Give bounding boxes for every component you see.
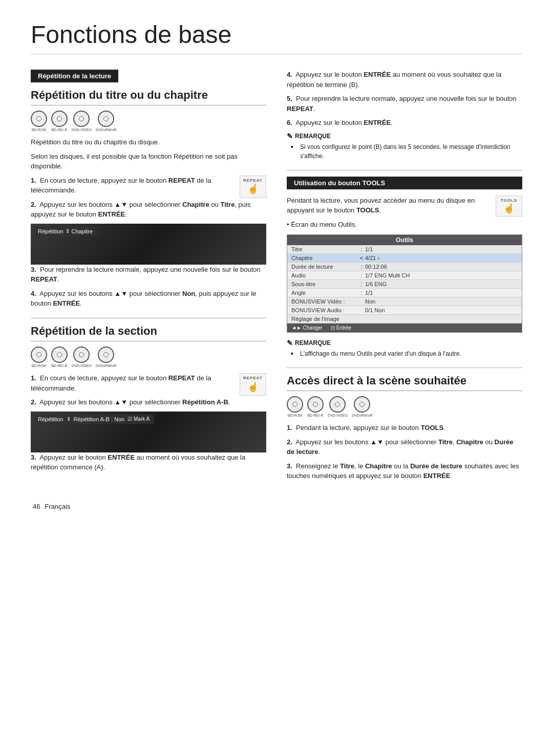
disc-circle-bdre2 xyxy=(51,347,68,363)
section-title-repetition: Répétition du titre ou du chapitre xyxy=(31,89,266,105)
screen-label: Répétition ⇕ Chapitre xyxy=(34,227,97,236)
outils-row-reglage: Réglage de l'image xyxy=(287,315,522,323)
tools-hand-icon: ☝ xyxy=(499,203,519,214)
ab-text-value: Répétition A-B : Non xyxy=(74,416,125,422)
outils-key-chapitre: Chapitre xyxy=(291,255,358,261)
ab-arrow-ud: ⇕ xyxy=(67,416,71,422)
disc-circle-dvdrw xyxy=(98,111,114,127)
step4-text: 4. Appuyez sur les boutons ▲▼ pour sélec… xyxy=(31,289,266,309)
outils-footer-right: ⊡ Entrée xyxy=(331,325,351,331)
disc-circle-dvdvideo2 xyxy=(73,347,90,363)
step1-section2-text: 1. En cours de lecture, appuyez sur le b… xyxy=(31,373,266,393)
outils-title-bar: Outils xyxy=(287,235,522,245)
page-num-value: 46 xyxy=(33,503,40,510)
outils-val-soustitre: 1/6 ENG xyxy=(365,281,518,287)
pencil-icon-2: ✎ xyxy=(287,339,293,347)
step1-group: REPEAT ☝ 1. En cours de lecture, appuyez… xyxy=(31,176,266,200)
ab-text-repetition: Répétition xyxy=(38,416,63,422)
disc-icon-bdre3: BD-RE/-R xyxy=(307,396,324,418)
outils-sep-duree: : xyxy=(358,264,365,270)
remark-box-1: ✎ REMARQUE Si vous configurez le point (… xyxy=(287,132,522,161)
outils-val-bonusvideo: Non xyxy=(365,298,518,305)
outils-row-bonusaudio: BONUSVIEW Audio : 0/1 Non xyxy=(287,306,522,315)
page-lang-label: Français xyxy=(45,503,70,510)
tools-label: TOOLS xyxy=(499,198,519,203)
disc-label-bdrom3: BD-ROM xyxy=(288,414,302,418)
disc-label-dvdrw3: DVD±RW/±R xyxy=(352,414,373,418)
outils-val-angle: 1/1 xyxy=(365,290,518,296)
repeat-label2: REPEAT xyxy=(243,376,263,381)
disc-icon-dvdvideo3: DVD-VIDEO xyxy=(328,396,348,418)
remark-label-1: REMARQUE xyxy=(295,133,331,140)
disc-label-dvdvideo2: DVD-VIDEO xyxy=(72,364,92,368)
outils-row-bonusvideo: BONUSVIEW Vidéo : Non xyxy=(287,297,522,306)
repeat-hand-icon2: ☝ xyxy=(243,381,263,393)
left-column: Répétition de la lecture Répétition du t… xyxy=(31,70,266,485)
acces-step3-text: 3. Renseignez le Titre, le Chapitre ou l… xyxy=(287,461,522,481)
section-header-tools: Utilisation du bouton TOOLS xyxy=(287,177,522,189)
section-divider-1 xyxy=(31,318,266,318)
disc-label-bdre2: BD-RE/-R xyxy=(51,364,67,368)
page-number: 46 Français xyxy=(31,501,522,511)
outils-sep-reglage xyxy=(358,316,365,322)
disc-icons-group2: BD-ROM BD-RE/-R DVD-VIDEO DVD±RW/±R xyxy=(31,347,266,368)
remark-label-2: REMARQUE xyxy=(295,339,331,347)
outils-key-soustitre: Sous-titre xyxy=(291,281,358,287)
ab-check-mark: ☑ Mark A xyxy=(127,416,150,422)
outils-footer-left: ◄► Changer xyxy=(291,325,323,331)
pencil-icon-1: ✎ xyxy=(287,132,293,140)
outils-sep-chapitre: < xyxy=(358,255,365,261)
disc-label-bdre3: BD-RE/-R xyxy=(307,414,323,418)
step2-text: 2. Appuyez sur les boutons ▲▼ pour sélec… xyxy=(31,200,266,220)
outils-row-duree: Durée de lecture : 00:12:06 xyxy=(287,263,522,271)
outils-val-duree: 00:12:06 xyxy=(365,264,518,270)
disc-label-bdrom: BD-ROM xyxy=(32,128,46,132)
screen-ab: Répétition ⇕ Répétition A-B : Non ☑ Mark… xyxy=(31,412,266,452)
outils-sep-soustitre: : xyxy=(358,281,365,287)
remark-title-1: ✎ REMARQUE xyxy=(287,132,522,140)
remark-box-2: ✎ REMARQUE L'affichage du menu Outils pe… xyxy=(287,339,522,358)
repeat-hand-icon: ☝ xyxy=(243,183,263,195)
outils-key-titre: Titre xyxy=(291,246,358,252)
disc-label-dvdvideo: DVD-VIDEO xyxy=(72,128,92,132)
section-title-acces: Accès direct à la scène souhaitée xyxy=(287,374,522,391)
disc-icons-group3: BD-ROM BD-RE/-R DVD-VIDEO DVD±RW/±R xyxy=(287,396,522,418)
disc-circle-bdrom2 xyxy=(31,347,47,363)
step2-section2-text: 2. Appuyez sur les boutons ▲▼ pour sélec… xyxy=(31,397,266,407)
outils-val-audio: 1/7 ENG Multi CH xyxy=(365,272,518,278)
step3-text: 3. Pour reprendre la lecture normale, ap… xyxy=(31,265,266,285)
outils-row-chapitre: Chapitre < 4/21 › xyxy=(287,254,522,263)
page-title: Fonctions de base xyxy=(31,20,522,54)
outils-key-reglage: Réglage de l'image xyxy=(291,316,358,322)
outils-sep-titre: : xyxy=(358,246,365,252)
description-1: Répétition du titre ou du chapitre du di… xyxy=(31,137,266,147)
repeat-button-image: REPEAT ☝ xyxy=(240,176,266,198)
disc-icon-dvdvideo: DVD-VIDEO xyxy=(72,111,92,132)
disc-circle-bdre3 xyxy=(307,396,324,413)
disc-label-bdre: BD-RE/-R xyxy=(51,128,67,132)
step1-text: 1. En cours de lecture, appuyez sur le b… xyxy=(31,176,266,196)
outils-row-angle: Angle : 1/1 xyxy=(287,289,522,297)
outils-row-audio: Audio : 1/7 ENG Multi CH xyxy=(287,271,522,280)
screen-arrow-ud: ⇕ xyxy=(66,228,70,234)
step6-right-text: 6. Appuyez sur le bouton ENTRÉE. xyxy=(287,118,522,128)
disc-icon-bdrom2: BD-ROM xyxy=(31,347,47,368)
disc-label-dvdrw2: DVD±RW/±R xyxy=(96,364,117,368)
remark-list-1: Si vous configurez le point (B) dans les… xyxy=(287,142,522,161)
section-header-repetition: Répétition de la lecture xyxy=(31,70,118,82)
disc-icons-group1: BD-ROM BD-RE/-R DVD-VIDEO DVD±RW/±R xyxy=(31,111,266,132)
disc-icon-bdrom: BD-ROM xyxy=(31,111,47,132)
outils-row-titre: Titre : 1/1 xyxy=(287,245,522,254)
tools-button-image: TOOLS ☝ xyxy=(496,196,522,217)
disc-label-bdrom2: BD-ROM xyxy=(32,364,46,368)
outils-key-bonusaudio: BONUSVIEW Audio : xyxy=(291,307,358,313)
outils-row-soustitre: Sous-titre : 1/6 ENG xyxy=(287,280,522,289)
disc-circle-bdrom3 xyxy=(287,396,303,413)
acces-step1-text: 1. Pendant la lecture, appuyez sur le bo… xyxy=(287,423,522,433)
disc-circle-dvdrw2 xyxy=(98,347,114,363)
remark-item-1: Si vous configurez le point (B) dans les… xyxy=(295,142,522,161)
disc-icon-dvdrw3: DVD±RW/±R xyxy=(352,396,373,418)
disc-circle-bdre xyxy=(51,111,68,127)
repeat-label: REPEAT xyxy=(243,178,263,183)
remark-list-2: L'affichage du menu Outils peut varier d… xyxy=(287,349,522,358)
